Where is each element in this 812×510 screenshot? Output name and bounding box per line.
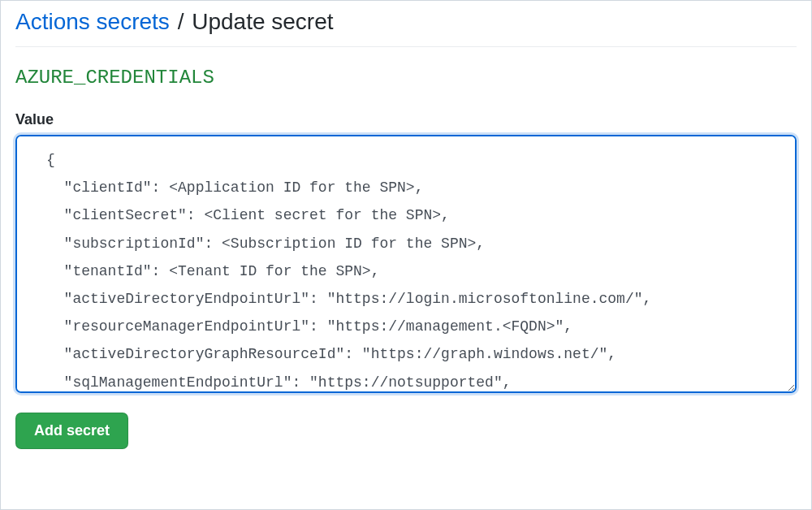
add-secret-button[interactable]: Add secret (15, 413, 128, 449)
breadcrumb: Actions secrets / Update secret (15, 9, 797, 47)
page-container: Actions secrets / Update secret AZURE_CR… (1, 1, 811, 464)
breadcrumb-parent-link[interactable]: Actions secrets (15, 9, 170, 34)
breadcrumb-separator: / (178, 9, 184, 34)
breadcrumb-current: Update secret (192, 9, 333, 34)
textarea-wrapper (15, 135, 797, 396)
value-label: Value (15, 111, 797, 128)
secret-name: AZURE_CREDENTIALS (15, 67, 797, 89)
secret-value-textarea[interactable] (15, 135, 797, 393)
